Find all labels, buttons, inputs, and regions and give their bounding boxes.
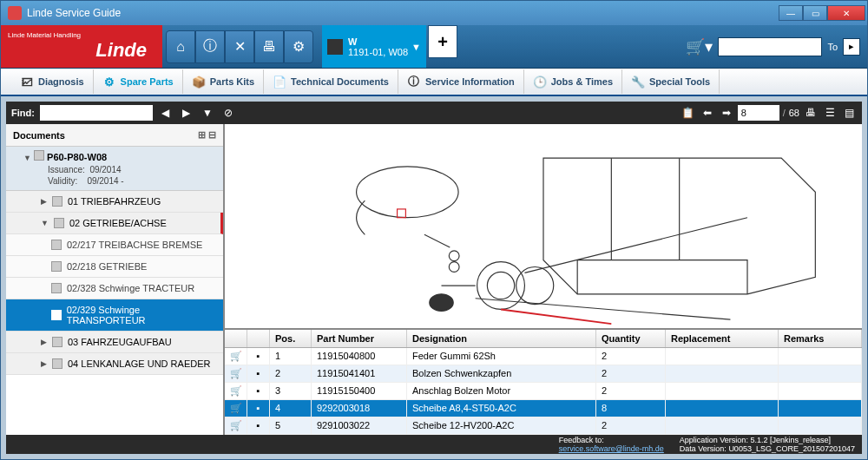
find-label: Find: <box>11 108 35 118</box>
tree-collapse-icon[interactable]: ⊟ <box>208 129 216 141</box>
svg-rect-1 <box>398 209 406 218</box>
tab-special-tools[interactable]: 🔧Special Tools <box>622 69 720 94</box>
status-footer: Feedback to: service.software@linde-mh.d… <box>6 435 862 454</box>
page-separator: / <box>783 108 786 118</box>
find-next-button[interactable]: ▶ <box>179 105 194 121</box>
tools-button[interactable]: ✕ <box>225 30 254 63</box>
filter-icon[interactable]: ▼ <box>200 105 215 121</box>
clock-icon: 🕒 <box>533 75 547 89</box>
page-prev-button[interactable]: ⬅ <box>700 105 715 121</box>
add-cart-icon[interactable]: 🛒 <box>225 417 247 434</box>
svg-line-11 <box>501 309 611 324</box>
print-icon[interactable]: 🖶 <box>803 105 819 121</box>
table-row[interactable]: 🛒▪ 111915040800Feder Gummi 62Sh2 <box>225 348 862 365</box>
folder-icon <box>52 196 62 207</box>
add-cart-icon[interactable]: 🛒 <box>225 348 247 365</box>
chevron-down-icon <box>41 219 49 227</box>
svg-point-3 <box>487 272 514 299</box>
forklift-icon <box>327 39 343 55</box>
table-row[interactable]: 🛒▪ 49292003018Scheibe A8,4-ST50-A2C8 <box>225 400 862 417</box>
folder-icon <box>52 358 62 369</box>
tree-root[interactable]: P60-P80-W08 Issuance: 09/2014 Validity: … <box>6 147 223 191</box>
window-title: Linde Service Guide <box>27 7 779 19</box>
brand-logo: Linde <box>8 39 155 62</box>
parts-diagram[interactable] <box>225 124 862 328</box>
svg-line-9 <box>524 218 747 273</box>
part-type-icon: ▪ <box>247 383 270 399</box>
window-titlebar: Linde Service Guide ― ▭ ✕ <box>1 1 867 25</box>
part-type-icon: ▪ <box>247 348 270 365</box>
vehicle-model: 1191-01, W08 <box>348 47 408 57</box>
svg-point-7 <box>449 262 459 273</box>
add-cart-icon[interactable]: 🛒 <box>225 365 247 382</box>
minimize-button[interactable]: ― <box>779 5 803 21</box>
tab-parts-kits[interactable]: 📦Parts Kits <box>183 69 264 94</box>
info-icon: ⓘ <box>407 75 421 89</box>
table-row[interactable]: 🛒▪ 59291003022Scheibe 12-HV200-A2C2 <box>225 417 862 435</box>
gear-icon: ⚙ <box>102 75 116 89</box>
cart-input[interactable] <box>718 37 822 56</box>
vehicle-tab[interactable]: W 1191-01, W08 ▼ <box>322 25 426 68</box>
kit-icon: 📦 <box>192 75 206 89</box>
feedback-email-link[interactable]: service.software@linde-mh.de <box>559 444 664 453</box>
table-row[interactable]: 🛒▪ 311915150400Anschlag Bolzen Motor2 <box>225 383 862 400</box>
page-icon <box>51 240 62 250</box>
tab-tech-docs[interactable]: 📄Technical Documents <box>264 69 398 94</box>
folder-icon <box>52 337 62 347</box>
view-split-icon[interactable]: ▤ <box>841 105 857 121</box>
document-icon: 📄 <box>273 75 286 89</box>
cart-icon[interactable]: 🛒▾ <box>686 37 713 56</box>
part-type-icon: ▪ <box>247 417 270 434</box>
cart-to-label: To <box>827 42 838 52</box>
tree-item-04[interactable]: 04 LENKANLAGE UND RAEDER <box>6 353 223 375</box>
view-list-icon[interactable]: ☰ <box>822 105 838 121</box>
tab-jobs-times[interactable]: 🕒Jobs & Times <box>524 69 622 94</box>
info-button[interactable]: ⓘ <box>195 30 225 63</box>
tree-item-01[interactable]: 01 TRIEBFAHRZEUG <box>6 191 223 213</box>
sidebar-header: Documents ⊞ ⊟ <box>6 124 223 147</box>
svg-point-5 <box>430 294 453 312</box>
page-icon <box>51 261 62 272</box>
chevron-right-icon <box>41 338 47 346</box>
chevron-right-icon <box>41 197 47 206</box>
page-input[interactable] <box>738 105 779 121</box>
add-tab-button[interactable]: + <box>428 25 457 58</box>
tab-spare-parts[interactable]: ⚙Spare Parts <box>94 69 183 94</box>
chevron-down-icon: ▼ <box>411 42 421 52</box>
clear-filter-icon[interactable]: ⊘ <box>220 105 236 121</box>
add-cart-icon[interactable]: 🛒 <box>225 400 247 417</box>
tree-item-03[interactable]: 03 FAHRZEUGAUFBAU <box>6 332 223 353</box>
close-button[interactable]: ✕ <box>827 5 865 21</box>
module-tabbar: 🗠Diagnosis ⚙Spare Parts 📦Parts Kits 📄Tec… <box>1 69 867 96</box>
find-prev-button[interactable]: ◀ <box>158 105 174 121</box>
part-type-icon: ▪ <box>247 365 270 382</box>
add-cart-icon[interactable]: 🛒 <box>225 383 247 399</box>
tab-diagnosis[interactable]: 🗠Diagnosis <box>11 69 94 94</box>
clipboard-icon[interactable]: 📋 <box>681 105 696 121</box>
svg-point-6 <box>449 251 459 261</box>
table-row[interactable]: 🛒▪ 211915041401Bolzen Schwenkzapfen2 <box>225 365 862 383</box>
tree-item-02[interactable]: 02 GETRIEBE/ACHSE <box>6 213 223 234</box>
svg-line-8 <box>424 234 450 247</box>
parts-table: Pos. Part Number Designation Quantity Re… <box>225 328 862 435</box>
settings-button[interactable]: ⚙ <box>284 30 313 63</box>
chevron-right-icon <box>41 359 47 368</box>
svg-point-0 <box>357 167 459 218</box>
find-input[interactable] <box>40 105 153 121</box>
cart-go-button[interactable]: ▸ <box>843 38 860 56</box>
print-button[interactable]: 🖶 <box>254 30 284 63</box>
find-toolbar: Find: ◀ ▶ ▼ ⊘ 📋 ⬅ ➡ / 68 🖶 ☰ ▤ <box>6 102 862 124</box>
brand-panel: Linde Material Handling Linde <box>1 25 162 68</box>
folder-icon <box>54 218 64 228</box>
maximize-button[interactable]: ▭ <box>803 5 827 21</box>
tree-item-02-218[interactable]: 02/218 GETRIEBE <box>6 256 223 278</box>
tree-item-02-217[interactable]: 02/217 TREIBACHSE BREMSE <box>6 234 223 256</box>
page-next-button[interactable]: ➡ <box>719 105 734 121</box>
tree-expand-icon[interactable]: ⊞ <box>198 129 206 141</box>
tree-item-02-328[interactable]: 02/328 Schwinge TRACTEUR <box>6 278 223 299</box>
home-button[interactable]: ⌂ <box>166 30 195 63</box>
tree-item-02-329[interactable]: 02/329 Schwinge TRANSPORTEUR <box>6 299 223 332</box>
page-icon <box>51 310 62 320</box>
svg-line-10 <box>476 299 731 319</box>
tab-service-info[interactable]: ⓘService Information <box>398 69 524 94</box>
